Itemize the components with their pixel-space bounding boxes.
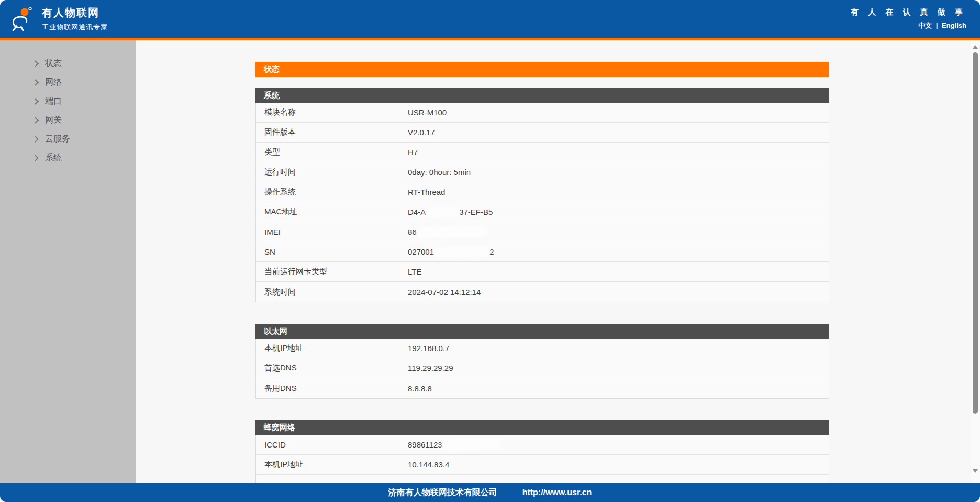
page-title-bar: 状态 xyxy=(255,62,829,77)
sidebar-item-status[interactable]: 状态 xyxy=(0,54,136,73)
sidebar: 状态 网络 端口 网关 云服务 系统 xyxy=(0,40,136,483)
row-label: 首选DNS xyxy=(256,363,408,373)
table-row: 本机IP地址 10.144.83.4 xyxy=(256,455,829,475)
row-label: 固件版本 xyxy=(256,127,408,137)
table-row: ICCID 89861123 xyxy=(256,435,829,455)
sidebar-item-label: 云服务 xyxy=(45,134,70,145)
row-value: 2024-07-02 14:12:14 xyxy=(408,288,829,297)
row-label: 类型 xyxy=(256,147,408,157)
row-value: 192.168.0.7 xyxy=(408,344,829,353)
redaction-smudge xyxy=(427,208,458,216)
row-label: IMEI xyxy=(256,227,408,236)
row-label: 本机IP地址 xyxy=(256,343,408,353)
usr-logo-icon xyxy=(10,6,35,31)
scrollbar-track[interactable] xyxy=(971,40,980,483)
row-label: 当前运行网卡类型 xyxy=(256,267,408,277)
table-row: IMEI 86 xyxy=(256,222,829,242)
chevron-right-icon xyxy=(32,155,39,161)
row-value: D4-A37-EF-B5 xyxy=(408,208,829,216)
sidebar-item-label: 状态 xyxy=(45,58,62,69)
lang-en-link[interactable]: English xyxy=(942,21,966,29)
section-title: 以太网 xyxy=(264,326,287,336)
header-right: 有 人 在 认 真 做 事 中文 | English xyxy=(851,7,966,30)
chevron-right-icon xyxy=(32,136,39,143)
footer-url-link[interactable]: http://www.usr.cn xyxy=(522,488,592,497)
table-row: 本机IP地址 192.168.0.7 xyxy=(256,339,829,358)
section-title: 系统 xyxy=(264,91,280,101)
redaction-smudge xyxy=(418,227,486,237)
table-row: 首选DNS 119.29.29.29 xyxy=(256,358,829,378)
row-value: H7 xyxy=(408,148,829,157)
chevron-right-icon xyxy=(32,60,39,67)
row-value: 89861123 xyxy=(408,440,829,449)
app-window: 有人物联网 工业物联网通讯专家 有 人 在 认 真 做 事 中文 | Engli… xyxy=(0,0,980,502)
table-row: 运行时间 0day: 0hour: 5min xyxy=(256,162,829,182)
redaction-smudge xyxy=(436,247,488,257)
row-value: V2.0.17 xyxy=(408,128,829,137)
section-header: 以太网 xyxy=(255,324,829,339)
row-value: 0day: 0hour: 5min xyxy=(408,168,829,177)
header-slogan: 有 人 在 认 真 做 事 xyxy=(851,7,966,17)
sidebar-item-label: 网络 xyxy=(45,77,62,88)
sidebar-item-label: 系统 xyxy=(45,152,62,163)
row-label: 备用DNS xyxy=(256,384,408,394)
footer-company: 济南有人物联网技术有限公司 xyxy=(388,487,497,498)
table-row: 备用DNS 8.8.8.8 xyxy=(256,378,829,398)
row-value: RT-Thread xyxy=(408,188,829,197)
table-row: 固件版本 V2.0.17 xyxy=(256,123,829,143)
chevron-right-icon xyxy=(32,79,39,86)
section-system: 系统 模块名称 USR-M100 固件版本 V2.0.17 类型 xyxy=(255,88,829,302)
table-row: 系统时间 2024-07-02 14:12:14 xyxy=(256,282,829,302)
sidebar-item-gateway[interactable]: 网关 xyxy=(0,111,136,129)
status-table: 本机IP地址 192.168.0.7 首选DNS 119.29.29.29 备用… xyxy=(255,339,829,399)
sidebar-item-cloud-service[interactable]: 云服务 xyxy=(0,129,136,148)
sidebar-item-label: 网关 xyxy=(45,115,62,126)
footer: 济南有人物联网技术有限公司 http://www.usr.cn xyxy=(0,483,980,502)
chevron-right-icon xyxy=(32,98,39,105)
row-value: 8.8.8.8 xyxy=(408,384,829,393)
section-title: 蜂窝网络 xyxy=(264,423,295,433)
row-value: USR-M100 xyxy=(408,108,829,117)
scroll-up-arrow[interactable] xyxy=(973,45,978,49)
row-label: 模块名称 xyxy=(256,107,408,117)
top-header: 有人物联网 工业物联网通讯专家 有 人 在 认 真 做 事 中文 | Engli… xyxy=(0,0,980,38)
row-label: 操作系统 xyxy=(256,187,408,197)
table-row: MAC地址 D4-A37-EF-B5 xyxy=(256,202,829,222)
section-ethernet: 以太网 本机IP地址 192.168.0.7 首选DNS 119.29.29.2… xyxy=(255,324,829,399)
section-cellular: 蜂窝网络 ICCID 89861123 本机IP地址 10.144.83.4 xyxy=(255,420,829,483)
section-header: 系统 xyxy=(255,88,829,103)
row-label: 本机IP地址 xyxy=(256,460,408,470)
scroll-down-arrow[interactable] xyxy=(973,469,978,473)
brand-title: 有人物联网 xyxy=(42,6,108,20)
status-table: 模块名称 USR-M100 固件版本 V2.0.17 类型 H7 运行时间 xyxy=(255,103,829,302)
status-table: ICCID 89861123 本机IP地址 10.144.83.4 xyxy=(255,435,829,483)
table-row-partial xyxy=(256,475,829,483)
sidebar-item-network[interactable]: 网络 xyxy=(0,73,136,92)
brand-text: 有人物联网 工业物联网通讯专家 xyxy=(42,6,108,32)
table-row: SN 0270012 xyxy=(256,242,829,262)
main-content: 状态 系统 模块名称 USR-M100 固件版本 V2.0.17 xyxy=(136,40,980,483)
page-title: 状态 xyxy=(264,64,280,74)
row-label: 运行时间 xyxy=(256,167,408,177)
table-row: 操作系统 RT-Thread xyxy=(256,182,829,202)
row-label: SN xyxy=(256,247,408,256)
row-value: 119.29.29.29 xyxy=(408,364,829,373)
body-area: 状态 网络 端口 网关 云服务 系统 xyxy=(0,40,980,483)
table-row: 当前运行网卡类型 LTE xyxy=(256,262,829,282)
content-panel: 状态 系统 模块名称 USR-M100 固件版本 V2.0.17 xyxy=(255,62,829,483)
row-label: 系统时间 xyxy=(256,287,408,297)
sidebar-item-system[interactable]: 系统 xyxy=(0,148,136,167)
scroll-thumb[interactable] xyxy=(973,52,978,414)
sidebar-item-ports[interactable]: 端口 xyxy=(0,92,136,111)
redaction-smudge xyxy=(443,440,500,450)
row-value: 10.144.83.4 xyxy=(408,460,829,469)
row-value: 86 xyxy=(408,227,829,236)
chevron-right-icon xyxy=(32,117,39,124)
brand-subtitle: 工业物联网通讯专家 xyxy=(42,23,108,32)
lang-zh-link[interactable]: 中文 xyxy=(918,21,932,29)
row-value: LTE xyxy=(408,267,829,276)
row-value: 0270012 xyxy=(408,247,829,256)
row-label: MAC地址 xyxy=(256,207,408,217)
lang-divider: | xyxy=(936,21,938,29)
language-switch: 中文 | English xyxy=(851,21,966,30)
